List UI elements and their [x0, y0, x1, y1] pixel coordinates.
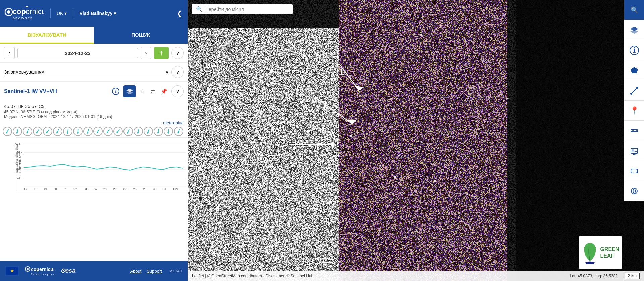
- line-tool-icon: [630, 86, 639, 95]
- svg-text:20: 20: [54, 187, 57, 191]
- wind-direction-icon: [23, 127, 32, 136]
- film-icon: [630, 167, 639, 175]
- green-leaf-text: GREENLEAF: [600, 246, 620, 259]
- wind-direction-icon: [113, 127, 123, 136]
- svg-text:30: 30: [153, 187, 156, 191]
- about-link[interactable]: About: [130, 269, 141, 274]
- map-attribution: Leaflet | © OpenStreetMap contributors -…: [192, 274, 568, 278]
- date-prev-button[interactable]: ‹: [4, 47, 15, 59]
- svg-marker-24: [77, 132, 79, 134]
- header-separator: [50, 8, 51, 18]
- map-search-icon: 🔍: [196, 6, 203, 12]
- map-canvas: [188, 0, 644, 281]
- sort-chevron-icon: ∨: [165, 69, 169, 75]
- product-settings-button[interactable]: ⇌: [149, 86, 157, 96]
- sort-select[interactable]: За замовчуванням ∨: [4, 68, 169, 76]
- tab-search[interactable]: ПОШУК: [94, 27, 188, 44]
- toolbar-layers-button[interactable]: [624, 20, 644, 40]
- annotation-2: 2: [305, 94, 311, 105]
- user-selector[interactable]: Vlad Balinskyy ▾: [79, 11, 116, 16]
- toolbar-pentagon-button[interactable]: [624, 60, 644, 80]
- svg-rect-5: [26, 6, 28, 7]
- product-pin-button[interactable]: 📌: [159, 87, 169, 96]
- wind-direction-icon: [53, 127, 62, 136]
- wind-direction-icon: [154, 127, 163, 136]
- svg-point-75: [27, 268, 29, 270]
- product-title: Sentinel-1 IW VV+VH: [4, 88, 108, 94]
- wind-direction-icon: [73, 127, 83, 136]
- layers-icon: [126, 88, 133, 95]
- wind-direction-icon: [43, 127, 52, 136]
- toolbar-pin-button[interactable]: 📍: [624, 101, 644, 121]
- sort-expand-icon: ∨: [176, 69, 179, 75]
- svg-text:Europe's eyes on Earth: Europe's eyes on Earth: [31, 273, 54, 276]
- date-next-button[interactable]: ›: [141, 47, 151, 59]
- svg-marker-8: [126, 91, 133, 94]
- wind-direction-icon: [123, 127, 133, 136]
- svg-text:c: c: [13, 7, 17, 16]
- svg-text:24: 24: [93, 187, 97, 191]
- svg-text:copernicus: copernicus: [31, 267, 54, 272]
- product-info-button[interactable]: ℹ: [111, 86, 121, 96]
- svg-marker-22: [67, 132, 69, 133]
- svg-text:19: 19: [44, 187, 47, 191]
- info-icon: ℹ: [112, 88, 119, 95]
- map-search-bar: 🔍: [192, 4, 293, 14]
- green-leaf-svg-icon: [582, 241, 598, 264]
- next-icon: ›: [145, 50, 147, 56]
- wind-info: 45.07°Пн 36.57°Сх 45.07°N, 36.57°E (0 м …: [0, 101, 188, 120]
- version-badge: v1.14.1: [170, 269, 182, 273]
- sort-expand-button[interactable]: ∨: [171, 66, 184, 78]
- svg-rect-103: [636, 172, 638, 173]
- svg-rect-101: [631, 172, 632, 173]
- wind-direction-icon: [174, 127, 183, 136]
- svg-point-89: [630, 93, 632, 95]
- toolbar-line-button[interactable]: [624, 80, 644, 101]
- toolbar-search-button[interactable]: 🔍: [624, 0, 644, 20]
- svg-text:28: 28: [133, 187, 137, 191]
- wind-model: Модель: NEMSGLOBAL, 2024-12-17 / 2025-01…: [4, 114, 184, 119]
- map-search-input[interactable]: [205, 7, 289, 12]
- wind-direction-icon: [3, 127, 12, 136]
- product-layer-button[interactable]: [123, 85, 136, 97]
- collapse-panel-button[interactable]: ❮: [175, 8, 184, 19]
- user-chevron-icon: ▾: [114, 11, 116, 16]
- layers-stack-icon: [630, 25, 639, 35]
- date-row: ‹ 2024-12-23 › ↗ ∨: [0, 44, 188, 63]
- toolbar-image-button[interactable]: [624, 141, 644, 161]
- image-download-icon: [630, 147, 639, 155]
- copernicus-logo: c op ernicus BROWSER: [4, 5, 44, 22]
- svg-text:ernicus: ernicus: [26, 7, 44, 16]
- svg-rect-96: [631, 148, 638, 153]
- date-expand-button[interactable]: ∨: [171, 47, 184, 59]
- svg-marker-86: [630, 30, 638, 34]
- pin-icon: 📌: [161, 89, 167, 94]
- map-bottom-bar: Leaflet | © OpenStreetMap contributors -…: [188, 271, 644, 281]
- settings-icon: ⇌: [150, 88, 155, 95]
- info-circle-icon: ℹ: [630, 46, 639, 55]
- location-pin-icon: 📍: [630, 106, 639, 115]
- share-icon: [630, 187, 639, 195]
- sort-row: За замовчуванням ∨ ∨: [0, 63, 188, 82]
- collapse-icon: ❮: [177, 10, 182, 17]
- date-display: 2024-12-23: [17, 48, 138, 58]
- go-arrow-icon: ↗: [157, 49, 166, 57]
- date-go-button[interactable]: ↗: [154, 47, 169, 59]
- toolbar-ruler-button[interactable]: [624, 121, 644, 141]
- map-area[interactable]: 1 2 ? 🔍 🔍 ℹ: [188, 0, 644, 281]
- meteoblue-link[interactable]: meteoblue: [0, 120, 188, 125]
- lang-label: UK: [57, 11, 63, 16]
- search-icon: 🔍: [631, 6, 638, 14]
- lang-selector[interactable]: UK ▾: [57, 11, 67, 16]
- toolbar-film-button[interactable]: [624, 161, 644, 181]
- support-link[interactable]: Support: [147, 269, 162, 274]
- product-expand-button[interactable]: ∨: [171, 85, 184, 97]
- toolbar-share-button[interactable]: [624, 181, 644, 201]
- svg-text:29: 29: [143, 187, 146, 191]
- tab-visualize[interactable]: ВІЗУАЛІЗУВАТИ: [0, 27, 94, 44]
- wind-direction-row: [3, 125, 185, 137]
- meteoblue-label: meteoblue: [163, 120, 184, 125]
- product-favorite-button[interactable]: ☆: [138, 86, 146, 96]
- wind-speed-chart: 75 60 45 30 15 17 18 19 20 21: [16, 137, 187, 191]
- toolbar-info-button[interactable]: ℹ: [624, 40, 644, 60]
